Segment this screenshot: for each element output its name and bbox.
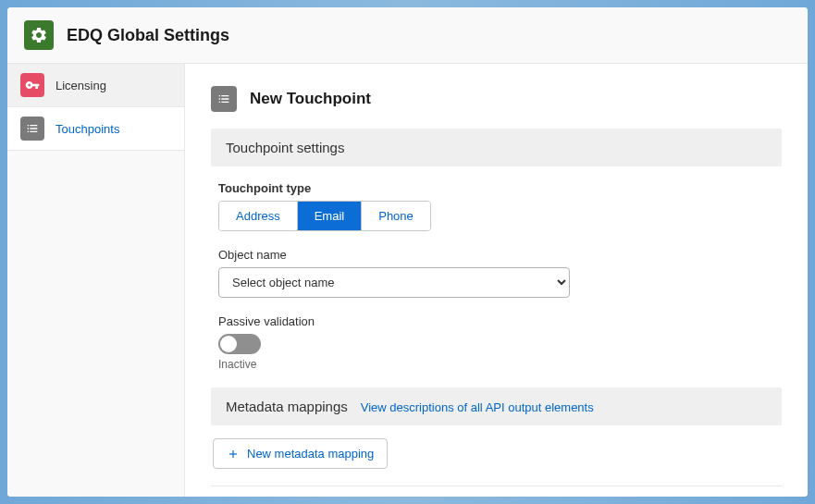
sidebar-item-licensing[interactable]: Licensing	[7, 64, 184, 107]
page-header: New Touchpoint	[211, 86, 782, 112]
touchpoint-type-label: Touchpoint type	[218, 181, 774, 195]
object-name-label: Object name	[218, 248, 774, 262]
sidebar-item-touchpoints[interactable]: Touchpoints	[7, 107, 184, 151]
list-icon	[20, 117, 44, 141]
api-descriptions-link[interactable]: View descriptions of all API output elem…	[361, 400, 594, 414]
segment-phone[interactable]: Phone	[362, 202, 430, 230]
gear-icon	[24, 20, 54, 50]
sidebar: Licensing Touchpoints	[7, 64, 185, 497]
toggle-knob	[220, 336, 237, 352]
passive-validation-label: Passive validation	[218, 314, 774, 328]
app-title: EDQ Global Settings	[67, 26, 229, 45]
touchpoint-type-group: Touchpoint type Address Email Phone	[211, 181, 782, 231]
app-body: Licensing Touchpoints New Touchpoint Tou…	[7, 64, 808, 497]
segment-address[interactable]: Address	[219, 202, 298, 230]
section-title-metadata: Metadata mappings	[226, 399, 348, 414]
new-metadata-mapping-label: New metadata mapping	[247, 447, 374, 461]
section-header-metadata: Metadata mappings View descriptions of a…	[211, 387, 782, 425]
plus-icon	[227, 448, 240, 461]
key-icon	[20, 73, 44, 97]
object-name-select[interactable]: Select object name	[218, 267, 570, 298]
new-metadata-mapping-button[interactable]: New metadata mapping	[213, 438, 388, 469]
segment-email[interactable]: Email	[298, 202, 363, 230]
sidebar-item-label: Touchpoints	[56, 122, 119, 136]
list-icon	[211, 86, 237, 112]
footer-actions: Cancel Save	[211, 486, 782, 497]
sidebar-item-label: Licensing	[56, 79, 106, 92]
passive-validation-status: Inactive	[218, 358, 774, 371]
touchpoint-type-segmented: Address Email Phone	[218, 201, 431, 231]
app-container: EDQ Global Settings Licensing Touchpoint…	[7, 7, 808, 497]
passive-validation-toggle[interactable]	[218, 334, 261, 354]
main-content: New Touchpoint Touchpoint settings Touch…	[185, 64, 808, 497]
passive-validation-group: Passive validation Inactive	[211, 314, 782, 371]
section-title-settings: Touchpoint settings	[211, 129, 782, 166]
page-title: New Touchpoint	[250, 90, 371, 108]
app-header: EDQ Global Settings	[7, 7, 808, 64]
object-name-group: Object name Select object name	[211, 248, 782, 298]
